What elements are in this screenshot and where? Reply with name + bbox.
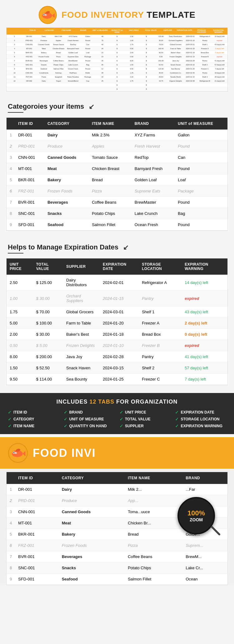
table-row: 1 DR-001 Dairy Milk 2... ...Far <box>7 484 227 495</box>
cell-value: $ 125.00 <box>33 275 63 291</box>
cell-item-name: Bread <box>89 174 131 186</box>
cell-supplier: Snack Haven <box>63 362 100 374</box>
tab-item-label: EXPIRATION DATE <box>181 410 214 414</box>
cell-category: Canned Goods <box>59 506 125 518</box>
cell-item-id: SFD-001 <box>15 574 59 585</box>
cell-warning: 7 day(s) left <box>182 374 227 385</box>
row-number: 4 <box>7 518 15 529</box>
cell-item-name: Tomato Sauce <box>89 152 131 163</box>
cell-item-name: Potato Chips <box>125 562 183 574</box>
row-number: 3 <box>7 506 15 518</box>
table-row: 4 MT-001 Meat Chicken Breast Barnyard Fr… <box>7 163 227 174</box>
spreadsheet-row: 6FRZ-001Frozen FoodsPizzaSupreme EatsPac… <box>7 55 227 59</box>
table-row: 1.50 $ 52.50 Snack Haven 2024-03-15 Shel… <box>7 362 227 374</box>
table-row: 9.50 $ 114.00 Sea Bounty 2024-01-25 Free… <box>7 374 227 385</box>
col-item-id-b: ITEM ID <box>15 472 59 484</box>
cell-date: 2024-03-15 <box>100 362 139 374</box>
cell-brand: Lake Cr... <box>183 562 227 574</box>
cell-item-name: Coffee Beans <box>89 197 131 208</box>
tab-item: ✓ITEM ID <box>8 410 59 415</box>
cell-warning: expired <box>182 291 227 306</box>
row-number: 1 <box>7 484 15 495</box>
row-number: 8 <box>7 208 15 219</box>
tab-item: ✓ITEM NAME <box>8 424 59 429</box>
bottom-section: FOOD INVI 100% ZOOM ITEM ID CATEGORY ITE… <box>0 437 234 585</box>
cell-value: $ 30.00 <box>33 329 63 340</box>
cell-warning: expired <box>182 340 227 351</box>
cell-brand: Golden Loaf <box>131 174 175 186</box>
cell-item-id: DR-001 <box>15 484 59 495</box>
cell-item-id: BKR-001 <box>15 529 59 540</box>
checkmark-icon: ✓ <box>64 417 67 422</box>
cell-category: Beverages <box>44 197 89 208</box>
tab-item-label: QUANTITY ON HAND <box>69 424 107 428</box>
cell-item-id: SNC-001 <box>15 562 59 574</box>
cell-price: 1.75 <box>7 306 33 318</box>
cell-item-id: CNN-001 <box>15 506 59 518</box>
tab-item-label: ITEM ID <box>13 410 27 414</box>
checkmark-icon: ✓ <box>64 424 67 429</box>
cell-supplier: Dairy Distributors <box>63 275 100 291</box>
row-number: 4 <box>7 163 15 174</box>
cell-category: Dairy <box>44 130 89 141</box>
row-number: 1 <box>7 130 15 141</box>
cell-item-id: BVR-001 <box>15 197 44 208</box>
checkmark-icon: ✓ <box>119 410 123 415</box>
cell-category: Produce <box>59 495 125 506</box>
row-number: 2 <box>7 495 15 506</box>
cell-category: Canned Goods <box>44 152 89 163</box>
checkmark-icon: ✓ <box>175 410 179 415</box>
cell-item-name: Salmon Fillet <box>89 219 131 230</box>
category-table-header-row: ITEM ID CATEGORY ITEM NAME BRAND UNIT of… <box>7 118 227 130</box>
cell-date: 2024-01-18 <box>100 329 139 340</box>
arrow-icon: ↙ <box>89 103 94 111</box>
cell-supplier: Java Joy <box>63 351 100 362</box>
row-number: 8 <box>7 562 15 574</box>
table-row: 7 BVR-001 Beverages Coffee Beans BrewM..… <box>7 551 227 562</box>
cell-value: $ 30.00 <box>33 291 63 306</box>
table-row: 1 DR-001 Dairy Milk 2.5% XYZ Farms Gallo… <box>7 130 227 141</box>
cell-item-id: BVR-001 <box>15 551 59 562</box>
col-item-name-b: ITEM NAME <box>125 472 183 484</box>
col-total-value: TOTAL VALUE <box>33 258 63 275</box>
cell-category: Seafood <box>59 574 125 585</box>
cell-supplier: Frozen Delights <box>63 340 100 351</box>
cell-item-name: Chicken Breast <box>89 163 131 174</box>
food-logo-icon <box>38 6 57 24</box>
svg-point-12 <box>13 452 14 453</box>
cell-date: 2024-01-20 <box>100 318 139 329</box>
tab-item: ✓BRAND <box>64 410 115 415</box>
cell-category: Meat <box>59 518 125 529</box>
category-table-container: ITEM ID CATEGORY ITEM NAME BRAND UNIT of… <box>6 117 228 231</box>
cell-item-id: SFD-001 <box>15 219 44 230</box>
col-warning: EXPIRATION WARNING <box>182 258 227 275</box>
cell-warning: 14 day(s) left <box>182 275 227 291</box>
cell-unit: Gallon <box>175 130 227 141</box>
cell-brand: Ocean Fresh <box>131 219 175 230</box>
cell-unit: Can <box>175 152 227 163</box>
cell-warning: 57 day(s) left <box>182 362 227 374</box>
table-row: 2.50 $ 125.00 Dairy Distributors 2024-02… <box>7 275 227 291</box>
table-row: 9 SFD-001 Seafood Salmon Fillet Ocean <box>7 574 227 585</box>
cell-warning: 0 day(s) left <box>182 329 227 340</box>
expiration-table-container: UNIT PRICE TOTAL VALUE SUPPLIER EXPIRATI… <box>6 258 228 385</box>
tab-item-label: CATEGORY <box>13 417 34 421</box>
cell-supplier: Orchard Suppliers <box>63 291 100 306</box>
cell-item-id: MT-001 <box>15 163 44 174</box>
section1-heading: Categoroies your items ↙ <box>0 98 234 114</box>
col-brand: BRAND <box>131 118 175 130</box>
cell-category: Frozen Foods <box>59 540 125 551</box>
page-header: FOOD INVENTORY TEMPLATE <box>0 0 234 27</box>
cell-item-id: SNC-001 <box>15 208 44 219</box>
spreadsheet-row: 10CND-001CondimentsKetchupRedHausBottle2… <box>7 71 227 75</box>
cell-price: 5.00 <box>7 318 33 329</box>
category-table: ITEM ID CATEGORY ITEM NAME BRAND UNIT of… <box>7 118 227 230</box>
row-number: 6 <box>7 186 15 197</box>
tab-item-label: UNIT PRICE <box>125 410 146 414</box>
table-row: 1.00 $ 30.00 Orchard Suppliers 2024-01-1… <box>7 291 227 306</box>
cell-unit: Package <box>175 186 227 197</box>
col-supplier: SUPPLIER <box>63 258 100 275</box>
cell-value: $ 200.00 <box>33 351 63 362</box>
spreadsheet-row: 3CNN-001Canned GoodsTomato SauceRedTopCa… <box>7 43 227 47</box>
cell-warning: 41 day(s) left <box>182 351 227 362</box>
